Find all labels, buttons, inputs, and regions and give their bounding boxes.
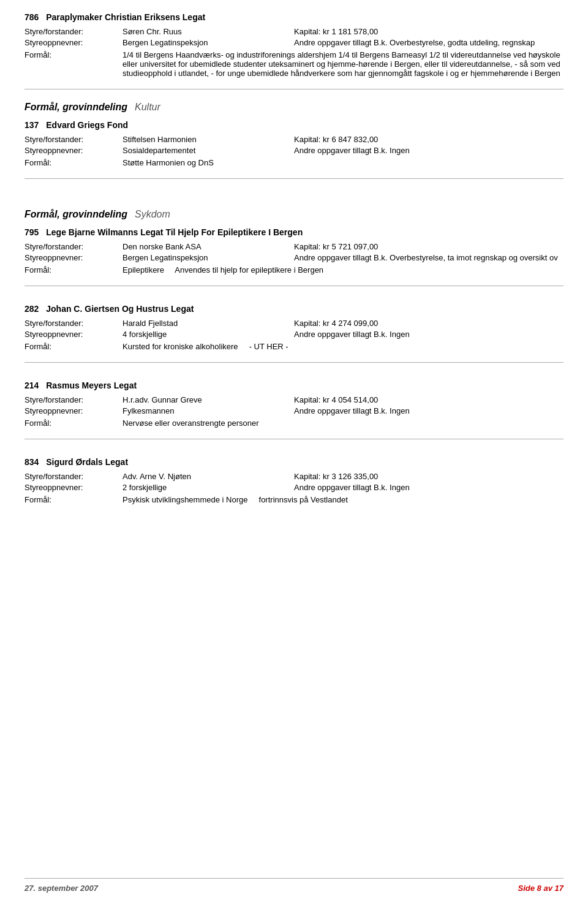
- entry-786-kapital-col: Kapital: kr 1 181 578,00: [294, 27, 564, 36]
- entry-795-styre-col: Styre/forstander: Den norske Bank ASA: [24, 242, 294, 251]
- andre-label-137: Andre oppgaver tillagt B.k.: [294, 146, 387, 155]
- entry-786-styreoppnevner-col: Styreoppnevner: Bergen Legatinspeksjon: [24, 38, 294, 47]
- entry-137-number: 137: [24, 120, 39, 130]
- entry-214-formaal: Formål: Nervøse eller overanstrengte per…: [24, 418, 564, 428]
- formaal-text: 1/4 til Bergens Haandværks- og industrif…: [123, 50, 564, 78]
- entry-214-row1: Styre/forstander: H.r.adv. Gunnar Greve …: [24, 395, 564, 404]
- entry-282-row1: Styre/forstander: Harald Fjellstad Kapit…: [24, 319, 564, 328]
- divider-1: [24, 89, 564, 89]
- andre-label-795: Andre oppgaver tillagt B.k.: [294, 253, 387, 262]
- entry-834: 834 Sigurd Ørdals Legat Styre/forstander…: [24, 457, 564, 504]
- kapital-value-137: kr 6 847 832,00: [323, 135, 378, 144]
- entry-786-andre-col: Andre oppgaver tillagt B.k. Overbestyrel…: [294, 38, 564, 47]
- formaal-text-834: Psykisk utviklingshemmede i Norge fortri…: [123, 495, 564, 504]
- andre-value-282: Ingen: [390, 330, 410, 339]
- entry-795-name: Lege Bjarne Wilmanns Legat Til Hjelp For…: [46, 227, 303, 237]
- styre-label-834: Styre/forstander:: [24, 472, 123, 481]
- andre-label: Andre oppgaver tillagt B.k.: [294, 38, 387, 47]
- andre-value-795: Overbestyrelse, ta imot regnskap og over…: [390, 253, 558, 262]
- styre-value-214: H.r.adv. Gunnar Greve: [123, 395, 294, 404]
- entry-214-styreoppnevner-col: Styreoppnevner: Fylkesmannen: [24, 406, 294, 415]
- styre-value-834: Adv. Arne V. Njøten: [123, 472, 294, 481]
- entry-282-styre-col: Styre/forstander: Harald Fjellstad: [24, 319, 294, 328]
- entry-282-name: Johan C. Giertsen Og Hustrus Legat: [46, 304, 194, 314]
- styreoppnevner-value-795: Bergen Legatinspeksjon: [123, 253, 294, 262]
- styre-value: Søren Chr. Ruus: [123, 27, 294, 36]
- andre-label-282: Andre oppgaver tillagt B.k.: [294, 330, 387, 339]
- entry-137-kapital-col: Kapital: kr 6 847 832,00: [294, 135, 564, 144]
- entry-795-row2: Styreoppnevner: Bergen Legatinspeksjon A…: [24, 253, 564, 262]
- kapital-value-282: kr 4 274 099,00: [323, 319, 378, 328]
- styreoppnevner-label: Styreoppnevner:: [24, 38, 123, 47]
- styre-value-282: Harald Fjellstad: [123, 319, 294, 328]
- entry-214: 214 Rasmus Meyers Legat Styre/forstander…: [24, 381, 564, 428]
- section-kultur-header: Formål, grovinndeling Kultur: [24, 102, 564, 113]
- entry-282-number: 282: [24, 304, 39, 314]
- entry-795-formaal: Formål: Epileptikere Anvendes til hjelp …: [24, 265, 564, 275]
- kapital-value-834: kr 3 126 335,00: [323, 472, 378, 481]
- entry-137-row2: Styreoppnevner: Sosialdepartementet Andr…: [24, 146, 564, 155]
- formaal-text-137: Støtte Harmonien og DnS: [123, 158, 564, 167]
- divider-5: [24, 439, 564, 439]
- entry-795-number: 795: [24, 227, 39, 237]
- entry-795-kapital-col: Kapital: kr 5 721 097,00: [294, 242, 564, 251]
- kapital-label-282: Kapital:: [294, 319, 320, 328]
- main-content: 786 Paraplymaker Christian Eriksens Lega…: [24, 12, 564, 504]
- styreoppnevner-label-795: Styreoppnevner:: [24, 253, 123, 262]
- andre-value: Overbestyrelse, godta utdeling, regnskap: [390, 38, 535, 47]
- formaal-text-795: Epileptikere Anvendes til hjelp for epil…: [123, 265, 564, 275]
- entry-834-andre-col: Andre oppgaver tillagt B.k. Ingen: [294, 483, 564, 492]
- styreoppnevner-value: Bergen Legatinspeksjon: [123, 38, 294, 47]
- section-kultur-sub: Kultur: [135, 102, 160, 113]
- entry-786: 786 Paraplymaker Christian Eriksens Lega…: [24, 12, 564, 78]
- entry-795-row1: Styre/forstander: Den norske Bank ASA Ka…: [24, 242, 564, 251]
- entry-786-formaal: Formål: 1/4 til Bergens Haandværks- og i…: [24, 50, 564, 78]
- styreoppnevner-value-214: Fylkesmannen: [123, 406, 294, 415]
- entry-214-andre-col: Andre oppgaver tillagt B.k. Ingen: [294, 406, 564, 415]
- entry-137-name: Edvard Griegs Fond: [46, 120, 128, 130]
- entry-786-name: Paraplymaker Christian Eriksens Legat: [46, 12, 205, 22]
- entry-786-title: 786 Paraplymaker Christian Eriksens Lega…: [24, 12, 564, 22]
- styre-label-795: Styre/forstander:: [24, 242, 123, 251]
- styreoppnevner-label-282: Styreoppnevner:: [24, 330, 123, 339]
- section-sykdom-title: Formål, grovinndeling: [24, 209, 127, 220]
- entry-137: 137 Edvard Griegs Fond Styre/forstander:…: [24, 120, 564, 167]
- kapital-label-834: Kapital:: [294, 472, 320, 481]
- styre-label-282: Styre/forstander:: [24, 319, 123, 328]
- section-kultur-title: Formål, grovinndeling: [24, 102, 127, 113]
- andre-label-834: Andre oppgaver tillagt B.k.: [294, 483, 387, 492]
- entry-214-styre-col: Styre/forstander: H.r.adv. Gunnar Greve: [24, 395, 294, 404]
- entry-834-styre-col: Styre/forstander: Adv. Arne V. Njøten: [24, 472, 294, 481]
- andre-value-834: Ingen: [390, 483, 410, 492]
- kapital-label-795: Kapital:: [294, 242, 320, 251]
- entry-834-row2: Styreoppnevner: 2 forskjellige Andre opp…: [24, 483, 564, 492]
- entry-137-row1: Styre/forstander: Stiftelsen Harmonien K…: [24, 135, 564, 144]
- styre-value-795: Den norske Bank ASA: [123, 242, 294, 251]
- entry-786-row2: Styreoppnevner: Bergen Legatinspeksjon A…: [24, 38, 564, 47]
- kapital-value-795: kr 5 721 097,00: [323, 242, 378, 251]
- styre-value-137: Stiftelsen Harmonien: [123, 135, 294, 144]
- styreoppnevner-label-214: Styreoppnevner:: [24, 406, 123, 415]
- entry-137-andre-col: Andre oppgaver tillagt B.k. Ingen: [294, 146, 564, 155]
- entry-795: 795 Lege Bjarne Wilmanns Legat Til Hjelp…: [24, 227, 564, 275]
- kapital-label-214: Kapital:: [294, 395, 320, 404]
- styreoppnevner-value-282: 4 forskjellige: [123, 330, 294, 339]
- entry-834-row1: Styre/forstander: Adv. Arne V. Njøten Ka…: [24, 472, 564, 481]
- divider-2: [24, 178, 564, 179]
- entry-834-name: Sigurd Ørdals Legat: [46, 457, 128, 467]
- andre-value-137: Ingen: [390, 146, 410, 155]
- entry-282-andre-col: Andre oppgaver tillagt B.k. Ingen: [294, 330, 564, 339]
- entry-786-row1: Styre/forstander: Søren Chr. Ruus Kapita…: [24, 27, 564, 36]
- entry-137-styreoppnevner-col: Styreoppnevner: Sosialdepartementet: [24, 146, 294, 155]
- formaal-label-214: Formål:: [24, 418, 123, 428]
- entry-282-styreoppnevner-col: Styreoppnevner: 4 forskjellige: [24, 330, 294, 339]
- entry-137-formaal: Formål: Støtte Harmonien og DnS: [24, 158, 564, 167]
- styre-label: Styre/forstander:: [24, 27, 123, 36]
- divider-4: [24, 362, 564, 363]
- entry-786-number: 786: [24, 12, 39, 22]
- entry-795-styreoppnevner-col: Styreoppnevner: Bergen Legatinspeksjon: [24, 253, 294, 262]
- entry-214-row2: Styreoppnevner: Fylkesmannen Andre oppga…: [24, 406, 564, 415]
- kapital-label: Kapital:: [294, 27, 320, 36]
- entry-282-row2: Styreoppnevner: 4 forskjellige Andre opp…: [24, 330, 564, 339]
- styreoppnevner-value-137: Sosialdepartementet: [123, 146, 294, 155]
